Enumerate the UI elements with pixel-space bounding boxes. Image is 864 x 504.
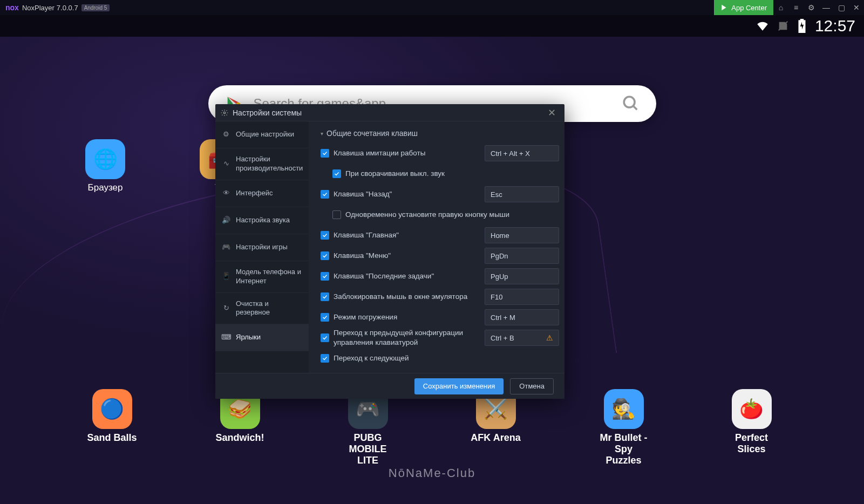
home-icon[interactable]: ⌂ (773, 0, 788, 15)
settings-sidebar: ⚙Общие настройки∿Настройки производитель… (215, 121, 309, 373)
app-label: PUBG MOBILE LITE (342, 432, 393, 466)
sidebar-label: Настройки производительности (236, 155, 303, 173)
app-item[interactable]: 🥪Sandwich! (214, 389, 266, 466)
sidebar-item[interactable]: ↻Очистка и резервное (215, 293, 309, 325)
svg-point-1 (624, 97, 635, 107)
setting-label: Режим погружения (334, 312, 480, 322)
sidebar-item[interactable]: 🎮Настройки игры (215, 234, 309, 261)
setting-row: Переход к предыдущей конфигурации управл… (321, 328, 559, 348)
key-input[interactable]: Esc (485, 186, 559, 202)
dialog-header: Настройки системы ✕ (215, 104, 564, 121)
gear-icon[interactable]: ⚙ (804, 0, 819, 15)
sim-icon (777, 20, 789, 32)
sidebar-label: Настройки игры (236, 243, 288, 252)
checkbox[interactable] (321, 313, 329, 322)
checkbox[interactable] (321, 354, 329, 363)
sidebar-item[interactable]: 👁Интерфейс (215, 180, 309, 207)
setting-row: Клавиша "Последние задачи"PgUp (321, 266, 559, 287)
search-icon[interactable] (622, 94, 640, 113)
sidebar-label: Интерфейс (236, 189, 273, 198)
cancel-button[interactable]: Отмена (510, 378, 554, 394)
sidebar-item[interactable]: ∿Настройки производительности (215, 148, 309, 180)
sidebar-item[interactable]: ⚙Общие настройки (215, 121, 309, 148)
checkbox[interactable] (321, 231, 329, 240)
app-icon: 🕵️ (604, 389, 644, 429)
sidebar-label: Общие настройки (236, 130, 294, 139)
setting-label: Клавиша "Назад" (334, 189, 480, 199)
app-label: AFK Arena (471, 432, 520, 444)
titlebar: nox NoxPlayer 7.0.0.7 Android 5 App Cent… (0, 0, 864, 15)
app-icon: 🌐 (85, 139, 125, 179)
sidebar-icon: ⌨ (222, 333, 230, 342)
sidebar-icon: 🎮 (222, 243, 230, 251)
app-item[interactable]: 🌐Браузер (86, 139, 124, 193)
key-input[interactable]: Ctrl + M (485, 309, 559, 325)
setting-row: Клавиша имитации работыCtrl + Alt + X (321, 143, 559, 164)
checkbox[interactable] (321, 272, 329, 281)
battery-icon (797, 19, 807, 33)
key-input[interactable]: Ctrl + Alt + X (485, 145, 559, 161)
sidebar-label: Настройка звука (236, 216, 290, 225)
menu-icon[interactable]: ≡ (788, 0, 804, 15)
sidebar-icon: 🔊 (222, 216, 230, 224)
sidebar-label: Модель телефона и Интернет (236, 268, 302, 286)
sidebar-item[interactable]: ⌨Ярлыки (215, 324, 309, 351)
app-item[interactable]: 🔵Sand Balls (86, 389, 138, 466)
android-badge: Android 5 (81, 4, 110, 11)
setting-label: При сворачивании выкл. звук (345, 169, 559, 179)
section-header[interactable]: ▾ Общие сочетания клавиш (321, 129, 559, 138)
app-label: Sand Balls (87, 432, 137, 444)
key-input[interactable]: PgUp (485, 268, 559, 284)
clock: 12:57 (815, 17, 855, 35)
app-item[interactable]: 🕵️Mr Bullet - Spy Puzzles (598, 389, 649, 466)
app-label: Sandwich! (215, 432, 264, 444)
checkbox[interactable] (321, 292, 329, 301)
key-input[interactable]: PgDn (485, 248, 559, 264)
app-item[interactable]: 🍅Perfect Slices (726, 389, 777, 466)
sidebar-item[interactable]: 📱Модель телефона и Интернет (215, 261, 309, 293)
gear-icon (221, 109, 228, 117)
svg-point-3 (223, 112, 226, 114)
setting-label: Одновременно установите правую кнопку мы… (345, 210, 559, 220)
app-version: 7.0.0.7 (57, 4, 78, 12)
app-label: Браузер (88, 182, 123, 193)
sidebar-item[interactable]: 🔊Настройка звука (215, 207, 309, 234)
sidebar-icon: ⚙ (222, 131, 230, 139)
appcenter-button[interactable]: App Center (714, 0, 773, 15)
maximize-icon[interactable]: ▢ (834, 0, 849, 15)
checkbox[interactable] (321, 251, 329, 260)
setting-row: Клавиша "Главная"Home (321, 225, 559, 246)
app-item[interactable]: ⚔️AFK Arena (470, 389, 521, 466)
sidebar-icon: 👁 (222, 189, 230, 197)
setting-row: Переход к следующей (321, 348, 559, 369)
checkbox[interactable] (321, 149, 329, 158)
sidebar-icon: ∿ (222, 160, 230, 168)
key-input[interactable]: F10 (485, 289, 559, 305)
checkbox[interactable] (332, 210, 341, 219)
key-input[interactable]: Home (485, 227, 559, 243)
dialog-title: Настройки системы (233, 108, 302, 117)
setting-row: Клавиша "Меню"PgDn (321, 246, 559, 266)
setting-label: Заблокировать мышь в окне эмулятора (334, 292, 480, 302)
warning-icon: ⚠ (546, 333, 553, 342)
dialog-close-icon[interactable]: ✕ (545, 106, 559, 120)
setting-row: Режим погруженияCtrl + M (321, 307, 559, 328)
checkbox[interactable] (321, 333, 329, 342)
close-icon[interactable]: ✕ (849, 0, 864, 15)
checkbox[interactable] (321, 190, 329, 199)
watermark: NōNaMe-Club (389, 466, 475, 480)
setting-label: Переход к следующей (334, 353, 559, 363)
save-button[interactable]: Сохранить изменения (414, 378, 504, 394)
key-input[interactable]: Ctrl + B⚠ (485, 330, 559, 346)
setting-row: При сворачивании выкл. звук (321, 164, 559, 184)
minimize-icon[interactable]: — (819, 0, 834, 15)
chevron-down-icon: ▾ (321, 131, 323, 137)
sidebar-label: Ярлыки (236, 333, 261, 342)
app-icon: 🍅 (732, 389, 772, 429)
checkbox[interactable] (332, 169, 341, 178)
app-label: Mr Bullet - Spy Puzzles (598, 432, 649, 466)
app-item[interactable]: 🎮PUBG MOBILE LITE (342, 389, 393, 466)
settings-dialog: Настройки системы ✕ ⚙Общие настройки∿Нас… (215, 104, 564, 399)
app-name: NoxPlayer (22, 4, 55, 12)
desktop: 🌐Браузер🧰To 🔵Sand Balls🥪Sandwich!🎮PUBG M… (0, 37, 864, 504)
